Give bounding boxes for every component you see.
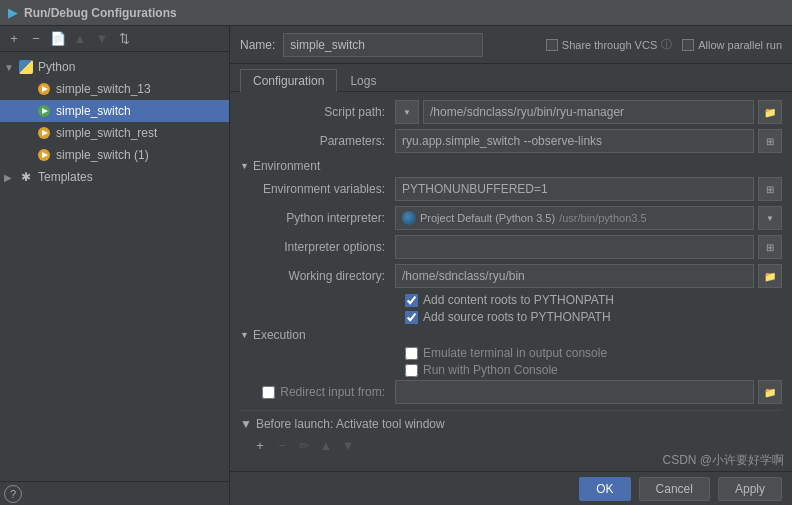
run-icon-3: [36, 125, 52, 141]
redirect-input-field[interactable]: [395, 380, 754, 404]
add-source-roots-checkbox[interactable]: [405, 311, 418, 324]
redirect-label-container: Redirect input from:: [240, 385, 395, 399]
item-label-3: simple_switch_rest: [56, 126, 157, 140]
env-vars-label: Environment variables:: [240, 182, 395, 196]
interpreter-options-row: Interpreter options: ⊞: [240, 235, 782, 259]
before-launch-down-btn[interactable]: ▼: [338, 435, 358, 455]
left-toolbar: + − 📄 ▲ ▼ ⇅: [0, 26, 229, 52]
redirect-input-browse-btn[interactable]: 📁: [758, 380, 782, 404]
sort-button[interactable]: ⇅: [114, 29, 134, 49]
before-launch-section: ▼ Before launch: Activate tool window + …: [240, 410, 782, 471]
execution-triangle: ▼: [240, 330, 249, 340]
share-vcs-checkbox[interactable]: [546, 39, 558, 51]
python-interpreter-container: Project Default (Python 3.5) /usr/bin/py…: [395, 206, 782, 230]
templates-icon: ✱: [18, 169, 34, 185]
list-item[interactable]: simple_switch_13: [0, 78, 229, 100]
env-vars-input[interactable]: [395, 177, 754, 201]
help-button[interactable]: ?: [4, 485, 22, 503]
remove-config-button[interactable]: −: [26, 29, 46, 49]
script-path-row: Script path: ▼ 📁: [240, 100, 782, 124]
interpreter-options-expand-btn[interactable]: ⊞: [758, 235, 782, 259]
copy-config-button[interactable]: 📄: [48, 29, 68, 49]
share-vcs-row: Share through VCS ⓘ: [546, 37, 672, 52]
interpreter-field: Project Default (Python 3.5) /usr/bin/py…: [395, 206, 754, 230]
parameters-label: Parameters:: [240, 134, 395, 148]
add-content-roots-label: Add content roots to PYTHONPATH: [423, 293, 614, 307]
working-dir-container: 📁: [395, 264, 782, 288]
before-launch-add-btn[interactable]: +: [250, 435, 270, 455]
list-item[interactable]: simple_switch (1): [0, 144, 229, 166]
env-vars-edit-btn[interactable]: ⊞: [758, 177, 782, 201]
tab-logs[interactable]: Logs: [337, 69, 389, 92]
python-group-label: Python: [38, 60, 75, 74]
ok-button[interactable]: OK: [579, 477, 630, 501]
title-bar: ▶ Run/Debug Configurations: [0, 0, 792, 26]
parameters-input[interactable]: [395, 129, 754, 153]
working-dir-browse-btn[interactable]: 📁: [758, 264, 782, 288]
env-vars-row: Environment variables: ⊞: [240, 177, 782, 201]
parameters-expand-btn[interactable]: ⊞: [758, 129, 782, 153]
env-vars-container: ⊞: [395, 177, 782, 201]
dialog-title: Run/Debug Configurations: [24, 6, 177, 20]
emulate-terminal-checkbox[interactable]: [405, 347, 418, 360]
emulate-terminal-label: Emulate terminal in output console: [423, 346, 607, 360]
add-content-roots-row: Add content roots to PYTHONPATH: [405, 293, 782, 307]
python-interpreter-label: Python interpreter:: [240, 211, 395, 225]
tab-configuration[interactable]: Configuration: [240, 69, 337, 92]
interpreter-dropdown-btn[interactable]: ▼: [758, 206, 782, 230]
run-icon-4: [36, 147, 52, 163]
apply-button[interactable]: Apply: [718, 477, 782, 501]
before-launch-label: Before launch: Activate tool window: [256, 417, 445, 431]
working-dir-label: Working directory:: [240, 269, 395, 283]
add-content-roots-checkbox[interactable]: [405, 294, 418, 307]
name-input[interactable]: [283, 33, 483, 57]
list-item[interactable]: simple_switch: [0, 100, 229, 122]
execution-label: Execution: [253, 328, 306, 342]
working-dir-input[interactable]: [395, 264, 754, 288]
redirect-input-row: Redirect input from: 📁: [240, 380, 782, 404]
run-python-console-checkbox[interactable]: [405, 364, 418, 377]
list-item[interactable]: simple_switch_rest: [0, 122, 229, 144]
left-bottom: ?: [0, 481, 229, 505]
allow-parallel-row: Allow parallel run: [682, 39, 782, 51]
environment-label: Environment: [253, 159, 320, 173]
no-tasks-text: There are no tasks to run before launch: [240, 459, 782, 471]
interpreter-options-input[interactable]: [395, 235, 754, 259]
tree-templates-group[interactable]: ▶ ✱ Templates: [0, 166, 229, 188]
script-path-input[interactable]: [423, 100, 754, 124]
parameters-container: ⊞: [395, 129, 782, 153]
python-group-icon: [18, 59, 34, 75]
templates-expand: ▶: [4, 172, 18, 183]
move-up-button[interactable]: ▲: [70, 29, 90, 49]
config-content: Script path: ▼ 📁 Parameters: ⊞ ▼ Environ…: [230, 92, 792, 471]
move-down-button[interactable]: ▼: [92, 29, 112, 49]
before-launch-edit-btn[interactable]: ✏: [294, 435, 314, 455]
script-path-type-btn[interactable]: ▼: [395, 100, 419, 124]
before-launch-header: ▼ Before launch: Activate tool window: [240, 417, 782, 431]
working-dir-row: Working directory: 📁: [240, 264, 782, 288]
script-path-browse-btn[interactable]: 📁: [758, 100, 782, 124]
bottom-bar: OK Cancel Apply: [230, 471, 792, 505]
interpreter-options-container: ⊞: [395, 235, 782, 259]
before-launch-toolbar: + − ✏ ▲ ▼: [250, 435, 782, 455]
add-config-button[interactable]: +: [4, 29, 24, 49]
tree-python-group[interactable]: ▼ Python: [0, 56, 229, 78]
allow-parallel-label: Allow parallel run: [698, 39, 782, 51]
run-python-console-label: Run with Python Console: [423, 363, 558, 377]
before-launch-remove-btn[interactable]: −: [272, 435, 292, 455]
allow-parallel-checkbox[interactable]: [682, 39, 694, 51]
script-path-container: ▼ 📁: [395, 100, 782, 124]
before-launch-up-btn[interactable]: ▲: [316, 435, 336, 455]
run-icon-2: [36, 103, 52, 119]
add-source-roots-row: Add source roots to PYTHONPATH: [405, 310, 782, 324]
share-vcs-label: Share through VCS: [562, 39, 657, 51]
redirect-input-label: Redirect input from:: [280, 385, 385, 399]
python-ball-icon: [402, 211, 416, 225]
cancel-button[interactable]: Cancel: [639, 477, 710, 501]
execution-section-header: ▼ Execution: [240, 328, 782, 342]
redirect-input-checkbox[interactable]: [262, 386, 275, 399]
run-python-console-row: Run with Python Console: [405, 363, 782, 377]
left-panel: + − 📄 ▲ ▼ ⇅ ▼ Python simple_switch_13: [0, 26, 230, 505]
add-source-roots-label: Add source roots to PYTHONPATH: [423, 310, 611, 324]
tabs-row: Configuration Logs: [230, 64, 792, 92]
